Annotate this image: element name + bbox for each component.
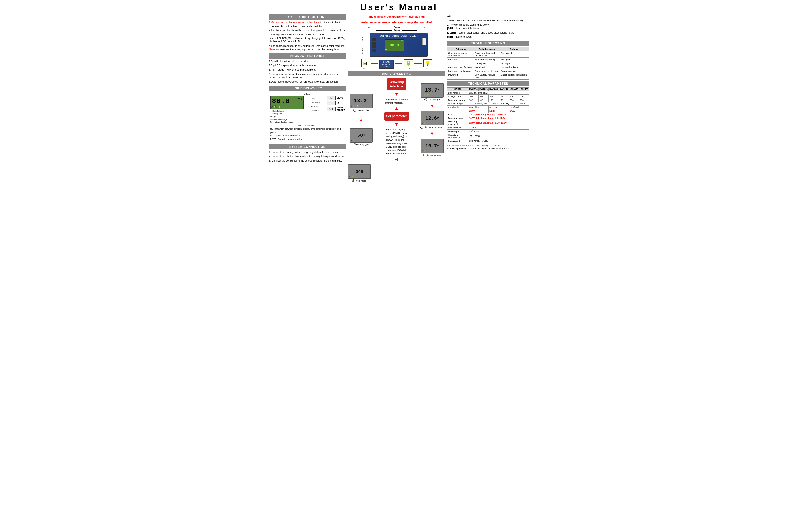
screen-battery: 60 1 ⊞ 🔋 [350,128,373,143]
warn-2: An improper sequence order can damage th… [348,20,445,25]
table-row: Load icon off Mode setting wrong Set aga… [448,57,529,61]
ampere-label: Ampere → [311,101,320,104]
hour-label: Hour → [311,97,320,101]
product-item-5: 5.Dual mosfet Reverse current protection… [269,80,346,84]
arrow-up-center: ▲ [394,106,399,111]
arrow-down-right2: ▼ [430,131,434,136]
system-header: SYSTEM CONNECTION [269,144,346,149]
product-item-1: 1.Build-in industrial micro controller. [269,59,346,63]
down-label: DOWNON/OFF [337,107,345,111]
menu-key[interactable]: ☐ [327,96,336,100]
product-item-4: 4.Buil-in short-circuit protection,open-… [269,72,346,79]
arrow-left-center: ◄ [394,156,399,162]
attn-section: Attn : 1.Press the [DOWN] button to ON/O… [447,15,529,39]
lcd-unit: V% [298,97,302,100]
browse-box: Browsinginterface [387,78,405,90]
press-menu-text: Press MENU to browsedifferent interface. [384,98,410,105]
caption-battery: 6 battery type [354,143,368,146]
table-row: Discharge stop 10.7V(defaul,adjust table… [448,116,529,120]
table-row: Float 13.7V(defaul,adjust table)12.0--15… [448,113,529,116]
table-row: Charge icon not onwhen sunny Solar panel… [448,51,529,57]
screen-main: 13.2v ⊞ 🔋 💡 [350,94,373,108]
table-row: Batt voltage 12V/24V auto adapt [448,91,529,95]
note-red: *all red color 12V voltage X2,X4while us… [447,145,529,147]
trouble-table: Situation Probable cause Solution Charge… [447,47,529,79]
long-press-text: In interface2-5,longpress MENU to enters… [385,128,408,155]
screen-float: 13.7v ⊞ 🔋 💡 [421,83,443,98]
controller-image: SOLAR CHARGE CONTROLLER 88.8 V% AH [370,33,428,57]
table-row: USB output 5V/2A Max [448,130,529,133]
arrow-up-left: ▲ [359,117,363,122]
trouble-col-cause: Probable cause [474,47,500,51]
table-row: Battery low recharge [448,61,529,65]
lcd-bottom-text: MENU:Switch between different display or… [270,127,345,141]
table-row: Power off Low Battery voltage/reverse Ch… [448,73,529,79]
table-row: Discharge current 10A10A10A20A20A20A [448,98,529,102]
page-title: User's Manual [269,2,529,13]
display-seeting-header: DISPLAY/SEETING [348,71,445,76]
screen-discharge-reconnect: 12.6v ⊞ 🔋 [421,111,443,125]
table-row: Size/Weight 150*78*35mm/150g [448,139,529,143]
caption-float: 2 float voltage [424,98,439,101]
safety-item-3: 3.The regulator is only suitable for lea… [269,33,346,43]
tech-table: MODEL KW1210 KW1220 KW1230 KW1240 KW2450… [447,87,529,143]
battery-quantity-label: Battery electric quantity [270,124,345,126]
product-item-2: 2.Big LCD display,all adjustable paramet… [269,64,346,67]
lcd-header: LCD DISPLAY/KEY [269,86,346,91]
dim-70: 70mm [361,36,364,42]
up-label: UP [337,102,340,104]
menu-label: MENU [337,97,343,99]
warn-1: The reverse order applies when deinstall… [348,15,445,19]
table-row: Max Solar input 18V / 12V bat, 36V / 24V… [448,102,529,105]
time-label: Time → [311,104,320,109]
table-row: Load icon fast flashing Short circuit pr… [448,69,529,73]
caption-discharge-stop: 4 discharge stop [423,154,441,156]
dimension-diagram: ← 134mm → ← 126mm → [348,26,445,70]
arrow-down-right: ▼ [430,103,434,109]
note-small: *Product specifications are subject to c… [447,148,529,150]
down-key[interactable]: ▽/φ [327,107,336,111]
up-key[interactable]: △ [327,101,336,105]
arrow-down2: ▼ [394,121,399,127]
table-row: 12.6V 14.2V 14.6V [448,109,529,113]
safety-item-4: 4.The charge regulator is only suitable … [269,44,346,51]
table-row: Charge current 10A20A30A40A50A60A [448,95,529,98]
dim-134: 134mm [393,26,400,29]
safety-item-1: 1.Make sure your battery has enough volt… [269,21,346,28]
product-header: PRODUCT FEATURES [269,53,346,59]
safety-item-2: 2.The battery cable should be as short a… [269,28,346,32]
wiring-diagram: ⊞ + - SOLARCHARGECTRL 🔋 + - [348,59,445,70]
product-item-3: 3.Full 4-stage PWM charge management. [269,68,346,72]
safety-header: SAFETY INSTRUCTIONS [269,15,346,20]
voltage-label: Voltage [270,93,345,95]
system-item-3: 3. Connect the consumer to the charge re… [269,159,346,163]
tech-header: TECHNICAL PARAMETER [447,81,529,86]
lcd-screen: 88.8 V% AH ⊞🔋☀💡 [270,96,304,109]
caption-discharge-reconnect: 3 discharge reconnect [420,126,443,129]
controller-box: SOLARCHARGECTRL [379,59,394,69]
table-row: Discharge reconnect 12.5V(defaul,adjust … [448,120,529,126]
trouble-header: TROUBLE SHOOTING [447,41,529,46]
dim-126: 126mm [393,29,400,32]
set-param-box: Set parameter [384,112,409,120]
table-row: Equalization Bo1 lithium Bo2 Gel Bo3 flo… [448,105,529,109]
table-row: Self-consume <10mA [448,126,529,130]
caption-main: 1 main display [354,109,369,112]
screen-discharge-stop: 10.7v ⊞ 🔋 [421,139,443,153]
caption-work-mode: 5 work mode [352,179,366,182]
charge-label: ChargeCandela:fast chargeRecording：float… [270,115,309,124]
system-item-2: 2. Connect the photovoltaic module to th… [269,154,346,158]
output-label: Output → [311,109,320,112]
system-item-1: 1. Connect the battery to the charge reg… [269,150,346,154]
dim-50: 50mm [361,48,364,54]
digital-display-label: ← Digital display [270,110,309,112]
screen-work-mode: 24 H ⊞ 💡 [348,165,371,179]
arrow-down-center: ▼ [394,91,399,97]
lcd-big-num: 88.8 [272,97,290,105]
trouble-col-situation: Situation [448,47,474,51]
table-row: Load icon slow flashing Over load Reduce… [448,65,529,69]
table-row: Operating temperature -35~+60°C [448,133,529,139]
solar-panel-label: ← Solar panel [270,112,309,115]
trouble-col-solution: Solution [500,47,529,51]
